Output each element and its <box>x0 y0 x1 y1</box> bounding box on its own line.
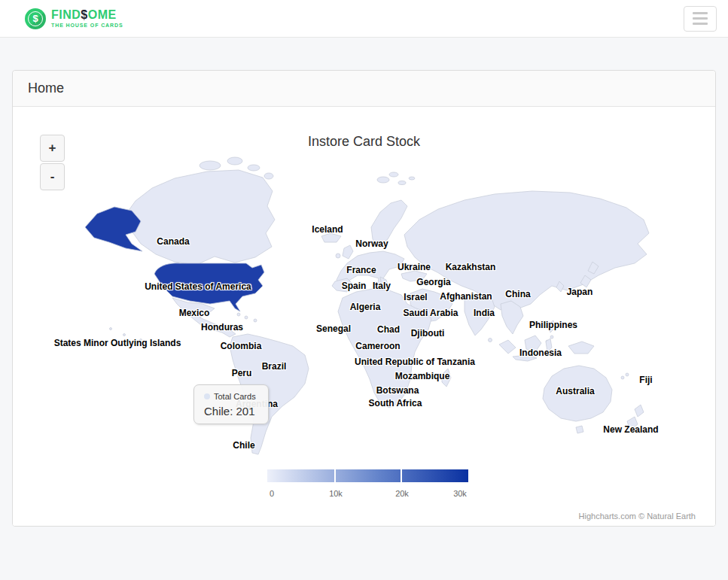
menu-toggle-button[interactable] <box>684 6 717 32</box>
top-navbar: $ FIND$OME THE HOUSE OF CARDS <box>0 0 728 38</box>
dollar-coin-icon: $ <box>25 8 46 29</box>
tooltip-series-name: Total Cards <box>214 392 256 401</box>
country-united-states[interactable] <box>154 263 264 311</box>
brand-tagline: THE HOUSE OF CARDS <box>51 23 123 28</box>
brand-name: FIND$OME <box>51 9 123 21</box>
instore-card-stock-chart: Instore Card Stock + - <box>13 107 715 526</box>
hamburger-icon <box>693 12 708 14</box>
home-panel: Home Instore Card Stock + - <box>12 70 716 527</box>
zoom-out-button[interactable]: - <box>40 163 65 190</box>
zoom-in-button[interactable]: + <box>40 135 65 162</box>
brand-text: FIND$OME THE HOUSE OF CARDS <box>51 9 123 28</box>
world-map[interactable] <box>13 107 715 526</box>
panel-heading: Home <box>13 71 715 107</box>
color-axis-gradient-bar <box>267 469 468 482</box>
brand-logo[interactable]: $ FIND$OME THE HOUSE OF CARDS <box>25 8 123 29</box>
legend-tick-label: 20k <box>395 489 409 498</box>
land-layer <box>85 157 649 454</box>
legend-tick-label: 0 <box>270 489 274 498</box>
legend-tick-label: 30k <box>453 489 467 498</box>
map-tooltip: Total Cards Chile: 201 <box>193 384 269 424</box>
tooltip-point-value: Chile: 201 <box>204 405 258 418</box>
color-axis-legend: 0 10k 20k 30k <box>267 469 468 500</box>
series-marker-icon <box>204 393 210 399</box>
chart-credits[interactable]: Highcharts.com © Natural Earth <box>579 512 696 521</box>
map-zoom-controls: + - <box>40 135 65 190</box>
panel-body: Instore Card Stock + - <box>13 107 715 526</box>
legend-tick-label: 10k <box>329 489 343 498</box>
country-alaska <box>85 207 142 251</box>
